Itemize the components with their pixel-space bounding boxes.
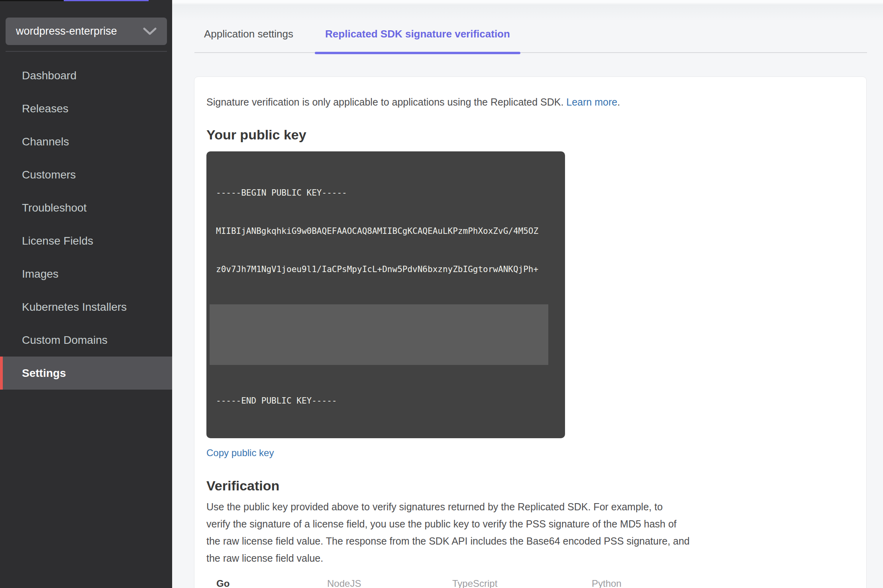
sidebar-item-license-fields[interactable]: License Fields xyxy=(0,224,172,257)
sidebar-item-troubleshoot[interactable]: Troubleshoot xyxy=(0,191,172,224)
sidebar-item-kubernetes-installers[interactable]: Kubernetes Installers xyxy=(0,290,172,323)
sidebar-item-label: Customers xyxy=(22,169,76,181)
top-nav-fragment xyxy=(0,0,64,1)
tab-nodejs[interactable]: NodeJS xyxy=(327,578,361,588)
sidebar-item-label: License Fields xyxy=(22,235,93,247)
public-key-redacted-area xyxy=(210,304,548,365)
sidebar-item-label: Releases xyxy=(22,102,69,115)
intro-text: Signature verification is only applicabl… xyxy=(206,95,854,109)
sidebar-item-label: Images xyxy=(22,268,59,280)
sidebar-nav: Dashboard Releases Channels Customers Tr… xyxy=(0,59,172,390)
intro-text-body: Signature verification is only applicabl… xyxy=(206,96,566,108)
sidebar-item-releases[interactable]: Releases xyxy=(0,92,172,125)
public-key-block: -----BEGIN PUBLIC KEY----- MIIBIjANBgkqh… xyxy=(206,151,565,438)
description-line: verify the signature of a license field,… xyxy=(206,515,854,533)
sidebar-item-label: Troubleshoot xyxy=(22,202,86,214)
app-selector-dropdown[interactable]: wordpress-enterprise xyxy=(6,18,167,45)
sidebar-item-label: Channels xyxy=(22,135,69,148)
tab-application-settings[interactable]: Application settings xyxy=(204,28,293,40)
tab-sdk-signature-verification[interactable]: Replicated SDK signature verification xyxy=(315,28,520,40)
sidebar-item-images[interactable]: Images xyxy=(0,257,172,290)
main-area: Application settings Replicated SDK sign… xyxy=(172,0,883,588)
copy-public-key-link[interactable]: Copy public key xyxy=(206,446,274,459)
intro-text-period: . xyxy=(617,96,620,108)
sidebar-item-settings[interactable]: Settings xyxy=(0,357,172,390)
tab-python[interactable]: Python xyxy=(592,578,622,588)
sidebar-item-label: Dashboard xyxy=(22,69,77,82)
sidebar-item-label: Kubernetes Installers xyxy=(22,301,127,314)
sidebar-item-custom-domains[interactable]: Custom Domains xyxy=(0,323,172,357)
verification-heading: Verification xyxy=(206,478,854,494)
settings-tabbar: Application settings Replicated SDK sign… xyxy=(194,0,867,53)
public-key-line: -----BEGIN PUBLIC KEY----- xyxy=(216,186,557,199)
language-tabbar: Go NodeJS TypeScript Python xyxy=(206,576,710,588)
public-key-heading: Your public key xyxy=(206,127,854,143)
verification-description: Use the public key provided above to ver… xyxy=(206,498,854,567)
sidebar: wordpress-enterprise Dashboard Releases … xyxy=(0,0,172,588)
signature-verification-card: Signature verification is only applicabl… xyxy=(194,76,867,588)
public-key-line: -----END PUBLIC KEY----- xyxy=(216,394,557,407)
sidebar-divider xyxy=(6,51,167,52)
learn-more-link[interactable]: Learn more xyxy=(566,96,617,108)
public-key-line: z0v7Jh7M1NgV1joeu9l1/IaCPsMpyIcL+Dnw5Pdv… xyxy=(216,263,557,276)
sidebar-item-customers[interactable]: Customers xyxy=(0,158,172,191)
active-tab-underline xyxy=(315,52,520,54)
description-line: the raw license field value. xyxy=(206,550,854,567)
top-nav-active-indicator xyxy=(64,0,149,1)
description-line: Use the public key provided above to ver… xyxy=(206,498,854,515)
description-line: the raw license field value. The respons… xyxy=(206,533,854,550)
sidebar-item-dashboard[interactable]: Dashboard xyxy=(0,59,172,92)
chevron-down-icon xyxy=(143,27,157,35)
sidebar-item-label: Custom Domains xyxy=(22,334,108,347)
app-selector-value: wordpress-enterprise xyxy=(16,25,117,37)
sidebar-item-channels[interactable]: Channels xyxy=(0,125,172,158)
public-key-line: MIIBIjANBgkqhkiG9w0BAQEFAAOCAQ8AMIIBCgKC… xyxy=(216,225,557,237)
tab-typescript[interactable]: TypeScript xyxy=(452,578,497,588)
sidebar-item-label: Settings xyxy=(22,367,66,380)
tab-go[interactable]: Go xyxy=(216,578,230,588)
